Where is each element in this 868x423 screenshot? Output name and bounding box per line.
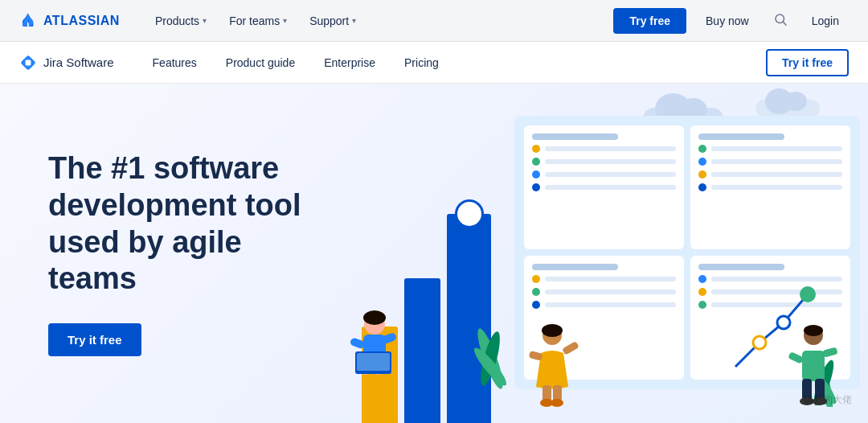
svg-rect-3 <box>26 60 31 65</box>
dash-card-row-7 <box>698 170 842 179</box>
dot-blue-3 <box>698 183 706 191</box>
svg-point-0 <box>776 14 784 23</box>
bar-blue-medium <box>404 278 440 423</box>
svg-point-12 <box>363 310 386 325</box>
try-free-button[interactable]: Try free <box>613 8 686 34</box>
dot-green-2 <box>698 145 706 153</box>
dash-card-row-9 <box>532 275 676 283</box>
dot-blue <box>532 170 540 179</box>
dot-green <box>532 158 540 166</box>
products-chevron-icon: ▾ <box>203 16 207 25</box>
nav-enterprise[interactable]: Enterprise <box>311 51 388 74</box>
top-nav-actions: Try free Buy now Login <box>613 7 849 35</box>
watermark: 锅外的大佬 <box>804 393 852 407</box>
jira-software-icon <box>19 54 37 72</box>
bar-top-circle <box>455 199 484 228</box>
dash-card-2 <box>690 125 850 249</box>
dot-orange <box>532 145 540 153</box>
hero-section: The #1 software development tool used by… <box>0 84 868 423</box>
dash-card-row-6 <box>698 158 842 166</box>
dot-green-4 <box>698 301 706 309</box>
svg-rect-23 <box>529 351 543 361</box>
nav-pricing[interactable]: Pricing <box>391 51 452 74</box>
dash-card-row-5 <box>698 145 842 153</box>
nav-for-teams-label: For teams <box>229 14 280 27</box>
svg-point-28 <box>551 399 563 407</box>
dash-card-header-1 <box>532 133 618 140</box>
atlassian-logo-text: ATLASSIAN <box>43 14 120 28</box>
jira-product-name: Jira Software <box>43 55 114 69</box>
dash-card-row-10 <box>532 288 676 296</box>
dash-card-header-2 <box>698 133 784 140</box>
svg-point-22 <box>542 324 563 337</box>
dash-card-header-4 <box>698 264 784 270</box>
try-it-free-button[interactable]: Try it free <box>766 49 849 76</box>
svg-point-38 <box>753 336 766 349</box>
hero-cta-button[interactable]: Try it free <box>48 323 141 356</box>
svg-rect-24 <box>562 341 579 355</box>
svg-point-39 <box>777 316 790 329</box>
support-chevron-icon: ▾ <box>352 16 356 25</box>
dash-card-row-11 <box>532 301 676 309</box>
dash-card-header-3 <box>532 264 618 270</box>
buy-now-button[interactable]: Buy now <box>696 8 759 34</box>
trend-line-illustration <box>727 278 824 383</box>
dot-darkblue <box>532 183 540 191</box>
hero-illustration: 锅外的大佬 <box>338 84 868 423</box>
svg-rect-20 <box>357 353 390 371</box>
figure-sitting <box>346 306 406 383</box>
jira-logo[interactable]: Jira Software <box>19 54 114 72</box>
for-teams-chevron-icon: ▾ <box>283 16 287 25</box>
dot-blue-2 <box>698 158 706 166</box>
dash-card-row-1 <box>532 145 676 153</box>
nav-support-label: Support <box>309 14 349 27</box>
secondary-nav-links: Features Product guide Enterprise Pricin… <box>140 51 766 74</box>
nav-features[interactable]: Features <box>140 51 210 74</box>
cloud-decoration-2 <box>755 100 820 117</box>
dash-card-row-2 <box>532 158 676 166</box>
dot-blue-4 <box>532 301 540 309</box>
search-button[interactable] <box>768 7 792 35</box>
svg-rect-17 <box>350 337 366 350</box>
atlassian-icon <box>19 12 37 30</box>
dash-card-1 <box>524 125 684 249</box>
nav-product-guide[interactable]: Product guide <box>213 51 308 74</box>
login-button[interactable]: Login <box>802 8 849 34</box>
dot-orange-2 <box>698 170 706 179</box>
dash-card-row-3 <box>532 170 676 179</box>
svg-line-1 <box>783 22 786 25</box>
top-nav-links: Products ▾ For teams ▾ Support ▾ <box>145 10 614 32</box>
dot-orange-3 <box>532 275 540 283</box>
nav-products[interactable]: Products ▾ <box>145 10 216 32</box>
dot-orange-4 <box>698 288 706 296</box>
hero-content: The #1 software development tool used by… <box>0 84 338 423</box>
figure-standing-woman <box>526 322 579 411</box>
atlassian-logo[interactable]: ATLASSIAN <box>19 12 120 30</box>
dot-blue-5 <box>698 275 706 283</box>
dash-card-row-4 <box>532 183 676 191</box>
search-icon <box>773 12 788 27</box>
svg-rect-37 <box>822 347 838 357</box>
dot-green-3 <box>532 288 540 296</box>
plant-decoration <box>458 294 522 391</box>
hero-title: The #1 software development tool used by… <box>48 150 305 297</box>
nav-support[interactable]: Support ▾ <box>300 10 366 32</box>
nav-products-label: Products <box>155 14 199 27</box>
nav-for-teams[interactable]: For teams ▾ <box>219 10 297 32</box>
svg-point-40 <box>800 286 816 302</box>
dash-card-row-8 <box>698 183 842 191</box>
secondary-navigation: Jira Software Features Product guide Ent… <box>0 42 868 84</box>
top-navigation: ATLASSIAN Products ▾ For teams ▾ Support… <box>0 0 868 42</box>
